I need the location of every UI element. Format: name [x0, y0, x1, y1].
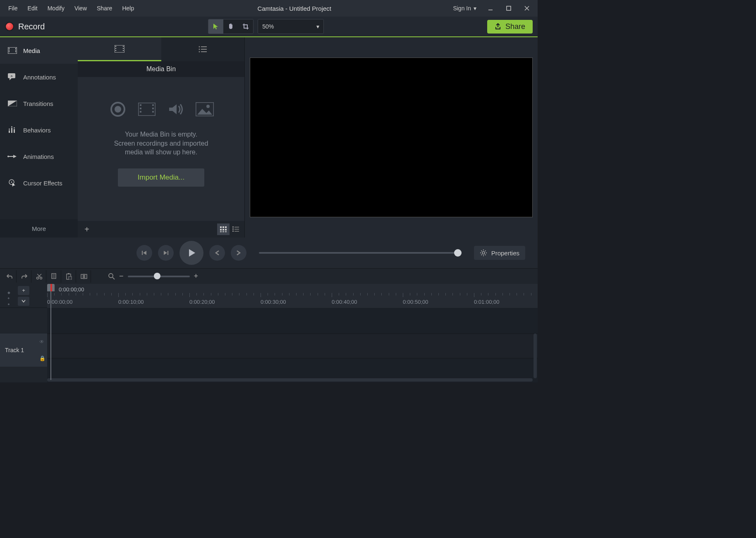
grid-view-button[interactable] [217, 223, 230, 235]
share-button[interactable]: Share [487, 20, 533, 34]
svg-rect-26 [115, 48, 116, 49]
track-1-lane[interactable] [47, 334, 538, 358]
track-options-button[interactable] [18, 297, 29, 306]
split-button[interactable] [77, 270, 91, 283]
prev-frame-button[interactable] [136, 245, 152, 261]
svg-rect-10 [15, 51, 16, 52]
playhead[interactable] [47, 284, 55, 291]
sidebar-label: Transitions [23, 100, 53, 107]
close-button[interactable] [519, 2, 534, 14]
timeline-tracks-area[interactable]: 0:00:00;00 0:00:00;000:00:10;000:00:20;0… [47, 284, 538, 382]
dot-icon: ● [7, 302, 10, 306]
menu-share[interactable]: Share [92, 2, 117, 14]
time-label: 0:00:10;00 [118, 299, 144, 305]
svg-rect-40 [140, 104, 141, 106]
select-tool[interactable] [208, 19, 223, 34]
seek-thumb[interactable] [454, 249, 462, 257]
list-icon [199, 46, 207, 53]
canvas-zoom-select[interactable]: 50% ▾ [258, 19, 324, 34]
tab-library[interactable] [161, 37, 245, 61]
add-media-button[interactable]: + [80, 223, 93, 236]
sign-in-button[interactable]: Sign In ▾ [450, 3, 480, 13]
svg-rect-15 [11, 128, 12, 133]
svg-rect-28 [123, 46, 124, 47]
svg-rect-53 [225, 229, 227, 231]
timeline-vertical-scrollbar[interactable] [534, 334, 537, 378]
eye-icon[interactable]: 👁 [39, 339, 45, 345]
menu-modify[interactable]: Modify [43, 2, 69, 14]
sidebar-more-button[interactable]: More [0, 219, 78, 238]
svg-point-21 [7, 156, 9, 157]
sidebar-item-animations[interactable]: Animations [0, 143, 78, 170]
zoom-in-button[interactable]: + [194, 272, 199, 281]
redo-button[interactable] [17, 270, 31, 283]
next-frame-button[interactable] [158, 245, 174, 261]
next-marker-button[interactable] [231, 245, 246, 261]
svg-rect-25 [115, 46, 116, 47]
menu-help[interactable]: Help [117, 2, 139, 14]
add-track-button[interactable]: + [18, 286, 29, 295]
svg-rect-14 [9, 130, 10, 133]
record-toolbar: Record 50% ▾ Share [0, 17, 538, 37]
svg-rect-30 [123, 50, 124, 51]
quiz-icon[interactable]: ✦ [7, 296, 10, 300]
svg-rect-50 [225, 226, 227, 228]
svg-rect-63 [142, 251, 143, 255]
record-button[interactable]: Record [5, 22, 45, 31]
sidebar-item-transitions[interactable]: Transitions [0, 90, 78, 117]
current-time: 0:00:00;00 [59, 286, 84, 293]
svg-rect-42 [140, 111, 141, 113]
timeline-marker-column: ◆ ✦ ● [2, 291, 15, 306]
media-panel-footer: + [78, 221, 244, 238]
zoom-out-button[interactable]: − [119, 272, 124, 281]
menu-view[interactable]: View [69, 2, 92, 14]
svg-rect-36 [201, 51, 207, 52]
zoom-thumb[interactable] [154, 273, 160, 279]
media-bin-content: Your Media Bin is empty. Screen recordin… [78, 77, 244, 238]
track-1-header[interactable]: Track 1 👁 🔒 [0, 334, 47, 367]
sidebar-item-behaviors[interactable]: Behaviors [0, 117, 78, 143]
gear-icon [480, 249, 487, 257]
video-icon [138, 100, 156, 118]
magnify-icon [108, 273, 115, 280]
audio-icon [167, 100, 185, 118]
time-label: 0:01:00;00 [474, 299, 499, 305]
tab-media-bin[interactable] [78, 37, 161, 61]
sidebar-item-media[interactable]: Media [0, 37, 78, 64]
paste-button[interactable] [62, 270, 76, 283]
sidebar: Media a Annotations Transitions Behavior… [0, 37, 78, 238]
properties-button[interactable]: Properties [474, 246, 525, 260]
marker-icon[interactable]: ◆ [7, 291, 10, 295]
svg-rect-61 [232, 231, 234, 232]
menu-file[interactable]: File [3, 2, 23, 14]
properties-label: Properties [491, 250, 519, 257]
sidebar-item-cursor-effects[interactable]: Cursor Effects [0, 170, 78, 196]
timeline-zoom-slider[interactable] [128, 276, 190, 277]
svg-rect-57 [232, 226, 234, 228]
menu-edit[interactable]: Edit [23, 2, 43, 14]
cut-button[interactable] [32, 270, 46, 283]
pan-tool[interactable] [223, 19, 238, 34]
svg-rect-62 [234, 231, 239, 232]
svg-point-23 [11, 182, 12, 183]
import-media-button[interactable]: Import Media... [118, 168, 204, 187]
crop-tool[interactable] [238, 19, 253, 34]
main-area: Media a Annotations Transitions Behavior… [0, 37, 538, 238]
maximize-button[interactable] [501, 2, 516, 14]
svg-rect-75 [68, 273, 69, 274]
menu-bar: File Edit Modify View Share Help Camtasi… [0, 0, 538, 17]
timeline-horizontal-scrollbar[interactable] [47, 378, 533, 382]
svg-rect-54 [220, 231, 222, 232]
seek-bar[interactable] [259, 252, 462, 254]
transitions-icon [7, 101, 17, 106]
prev-marker-button[interactable] [209, 245, 225, 261]
undo-button[interactable] [2, 270, 17, 283]
list-view-button[interactable] [230, 223, 242, 235]
copy-button[interactable] [47, 270, 61, 283]
minimize-button[interactable] [483, 2, 498, 14]
preview-canvas[interactable] [250, 58, 533, 217]
sidebar-item-annotations[interactable]: a Annotations [0, 64, 78, 90]
timeline-ruler[interactable]: 0:00:00;00 0:00:00;000:00:10;000:00:20;0… [47, 284, 538, 308]
play-button[interactable] [179, 241, 203, 265]
lock-icon[interactable]: 🔒 [39, 355, 45, 361]
